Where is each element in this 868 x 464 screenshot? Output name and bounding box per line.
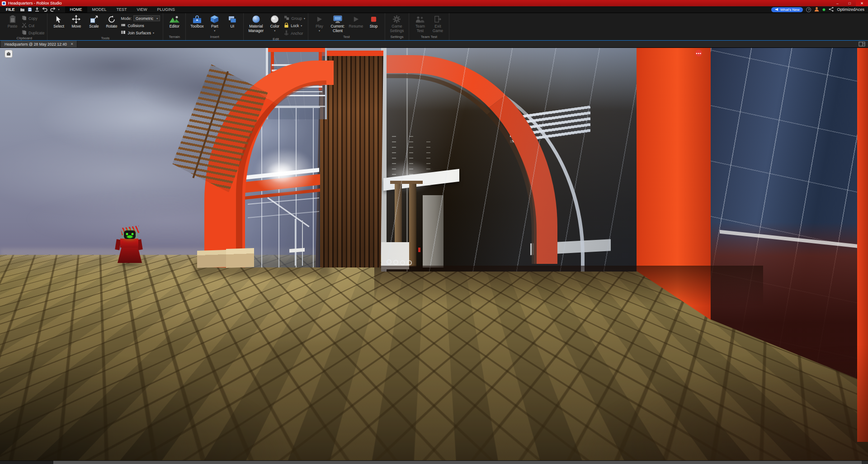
group-button[interactable]: Group ▾ <box>284 15 305 21</box>
whats-new-button[interactable]: What's New <box>771 7 803 12</box>
material-sphere-icon <box>252 14 260 24</box>
part-button[interactable]: Part ▾ <box>206 14 223 32</box>
team-icon <box>415 14 425 24</box>
chevron-down-icon[interactable]: ▾ <box>58 8 60 11</box>
exit-game-button[interactable]: Exit Game <box>429 14 446 33</box>
ui-button[interactable]: UI <box>224 14 241 29</box>
terrain-editor-button[interactable]: Editor <box>166 14 183 29</box>
share-icon[interactable] <box>829 5 834 14</box>
select-tool-button[interactable]: Select <box>50 14 67 29</box>
team-test-label: Team Test <box>412 24 429 33</box>
material-manager-button[interactable]: Material Manager <box>246 14 265 33</box>
resume-icon <box>353 14 359 24</box>
anchor-button[interactable]: Anchor <box>284 30 305 37</box>
copy-button[interactable]: Copy <box>22 15 44 21</box>
redo-icon[interactable] <box>50 7 56 12</box>
chevron-down-icon: ▾ <box>274 29 275 32</box>
resume-label: Resume <box>349 24 363 29</box>
file-menu-button[interactable]: FILE <box>2 7 19 12</box>
save-icon[interactable] <box>28 7 32 12</box>
scrollbar-track[interactable] <box>53 461 862 464</box>
paste-label: Paste <box>8 24 18 29</box>
duplicate-button[interactable]: Duplicate <box>22 30 44 36</box>
tab-test[interactable]: TEST <box>112 6 132 13</box>
color-swatch-icon <box>270 14 279 24</box>
tab-plugins[interactable]: PLUGINS <box>152 6 180 13</box>
open-icon[interactable] <box>20 8 25 12</box>
stop-label: Stop <box>370 24 378 29</box>
color-button[interactable]: Color ▾ <box>266 14 283 32</box>
join-surfaces-label: Join Surfaces <box>127 31 151 35</box>
collisions-icon <box>121 23 126 28</box>
game-settings-label: Game Settings <box>388 24 406 33</box>
tab-home[interactable]: HOME <box>65 6 87 13</box>
resume-button[interactable]: Resume <box>348 14 364 29</box>
rotate-icon <box>108 14 116 24</box>
group-icon <box>284 15 289 21</box>
ui-icon <box>228 14 236 24</box>
copy-label: Copy <box>28 16 38 21</box>
current-client-selector[interactable]: Current: Client <box>329 14 347 33</box>
tab-view[interactable]: VIEW <box>132 6 152 13</box>
move-label: Move <box>72 24 81 29</box>
avatar-icon[interactable] <box>814 5 819 14</box>
terrain-editor-label: Editor <box>170 24 179 29</box>
username-label[interactable]: OptimizedAces <box>837 7 864 12</box>
scale-tool-button[interactable]: Scale <box>85 14 102 29</box>
toolbox-button[interactable]: Toolbox <box>189 14 205 29</box>
help-icon[interactable]: ? <box>806 7 811 12</box>
window-title: Headquarters - Roblox Studio <box>8 1 62 5</box>
part-label: Part <box>211 24 218 29</box>
scene-glass-atrium <box>381 48 637 272</box>
anchor-icon <box>284 30 289 37</box>
ribbon-group-tools: Select Move Scale Rotate Mode: Geometric <box>47 13 163 40</box>
bottom-scrollbar[interactable] <box>0 460 868 464</box>
game-settings-button[interactable]: Game Settings <box>388 14 406 33</box>
chevron-down-icon: ▾ <box>319 29 320 32</box>
publish-icon[interactable] <box>35 7 39 12</box>
quick-access-toolbar: ▾ <box>20 7 60 12</box>
tab-close-icon[interactable]: ✕ <box>71 42 74 46</box>
collisions-label: Collisions <box>127 23 144 28</box>
chevron-down-icon: ▾ <box>156 17 158 20</box>
lock-button[interactable]: Lock ▾ <box>284 23 305 29</box>
copy-icon <box>22 15 27 21</box>
undo-icon[interactable] <box>42 7 47 12</box>
play-button[interactable]: Play ▾ <box>311 14 328 32</box>
current-client-label: Current: Client <box>329 24 347 33</box>
duplicate-icon <box>22 30 27 36</box>
viewport-3d[interactable]: ●●● <box>0 48 868 460</box>
viewport-menu-icon[interactable]: ●●● <box>695 50 702 56</box>
group-label-edit: Edit <box>246 37 305 42</box>
ribbon-group-settings: Game Settings Settings <box>385 13 409 40</box>
join-surfaces-dropdown[interactable]: Join Surfaces ▾ <box>121 30 160 36</box>
play-label: Play <box>316 24 323 29</box>
scene-tower-orange-band <box>268 48 325 52</box>
document-tab[interactable]: Headquarters @ 28 May 2022 12:40 ✕ <box>1 41 77 47</box>
select-label: Select <box>53 24 64 29</box>
scrollbar-end <box>862 461 868 464</box>
cut-label: Cut <box>28 23 34 28</box>
viewport-tool-icon[interactable] <box>5 50 13 58</box>
ribbon-group-edit: Material Manager Color ▾ Group ▾ Lock ▾ <box>244 13 308 40</box>
document-tab-label: Headquarters @ 28 May 2022 12:40 <box>5 42 67 47</box>
cut-button[interactable]: Cut <box>22 23 44 28</box>
scissors-icon <box>22 23 27 28</box>
stop-button[interactable]: Stop <box>365 14 382 29</box>
tab-model[interactable]: MODEL <box>87 6 112 13</box>
collisions-toggle[interactable]: Collisions <box>121 23 160 28</box>
mode-geometric-dropdown[interactable]: Geometric ▾ <box>133 15 160 21</box>
rotate-tool-button[interactable]: Rotate <box>103 14 120 29</box>
stop-icon <box>370 14 377 24</box>
move-tool-button[interactable]: Move <box>68 14 85 29</box>
paste-button[interactable]: Paste <box>4 14 21 29</box>
color-label: Color <box>270 24 279 29</box>
group-label-settings: Settings <box>388 34 406 40</box>
exit-game-label: Exit Game <box>429 24 446 33</box>
toolbox-label: Toolbox <box>190 24 203 29</box>
mode-label: Mode: <box>121 16 132 21</box>
scene-building-shadow <box>374 266 763 305</box>
layout-popout-icon[interactable] <box>859 42 868 47</box>
team-test-button[interactable]: Team Test <box>412 14 429 33</box>
player-character <box>112 226 146 268</box>
